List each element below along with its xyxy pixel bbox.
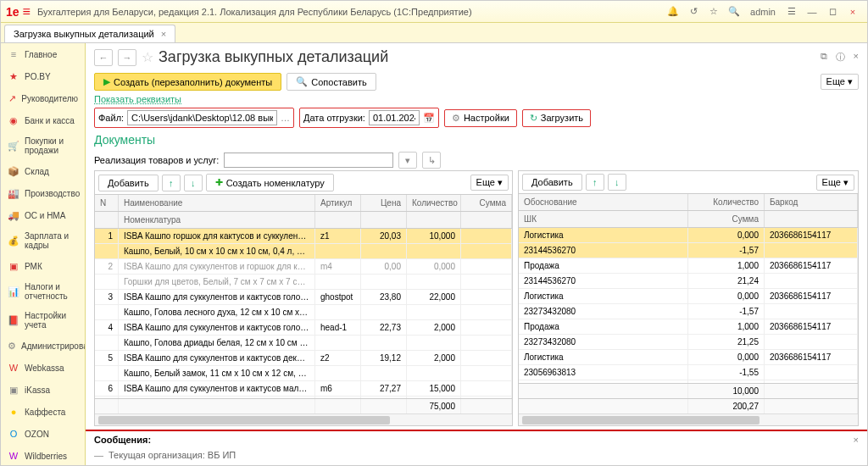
left-more-button[interactable]: Еще ▾ [470,175,509,191]
realization-input[interactable] [224,153,393,168]
table-row[interactable]: Логистика0,0002036686154117 [519,228,858,243]
settings-icon[interactable]: ☰ [782,3,801,20]
maximize-icon[interactable]: ◻ [823,3,842,20]
col-qty[interactable]: Количество [407,195,461,211]
right-more-button[interactable]: Еще ▾ [816,175,854,191]
nav-fwd-icon[interactable]: → [118,49,136,66]
popout-icon[interactable]: ⧉ [821,51,827,64]
col-barcode[interactable]: Баркод [765,194,858,210]
sidebar-item[interactable]: ↗Руководителю [1,87,85,109]
table-row[interactable]: 2ISBA Кашпо для суккулентов и горшок для… [95,259,512,275]
table-row-sub[interactable]: Горшки для цветов, Белый, 7 см х 7 см х … [95,275,512,290]
load-button[interactable]: ↻ Загрузить [522,109,591,127]
menu-icon[interactable]: ≡ [23,4,31,19]
minimize-icon[interactable]: — [803,3,821,20]
table-row-sub[interactable]: Кашпо, Белый, 10 см х 10 см х 10 см, 0,4… [95,244,512,259]
col-nom[interactable]: Номенклатура [119,212,315,228]
more-button[interactable]: Еще ▾ [821,74,859,90]
history-icon[interactable]: ↺ [684,3,703,20]
right-total-qty: 10,000 [688,384,765,398]
sidebar-item[interactable]: ⚙Администрирование [1,335,85,357]
left-add-button[interactable]: Добавить [98,175,159,191]
table-row[interactable]: Логистика0,0002036686154117 [519,289,858,304]
user-label[interactable]: admin [745,3,781,20]
message-item[interactable]: — Текущая организация: ВБ ИП [94,448,859,462]
table-row[interactable]: 4ISBA Кашпо для суккулентов и кактусов г… [95,320,512,336]
move-down-icon[interactable]: ↓ [184,175,203,191]
table-row-sub[interactable]: 23144536270-1,57 [519,243,858,258]
sidebar-item[interactable]: OОZON [1,423,85,445]
col-sum[interactable]: Сумма [461,195,512,211]
right-hscroll[interactable] [519,413,858,425]
table-row[interactable]: 1ISBA Кашпо горшок для кактусов и суккул… [95,229,512,244]
table-row[interactable]: Продажа1,0002036686154117 [519,319,858,335]
col-n[interactable]: N [95,195,119,211]
table-row-sub[interactable]: 2327343208021,25 [519,335,858,350]
sidebar-item[interactable]: ≡Главное [1,43,85,65]
move-up-icon[interactable]: ↑ [162,175,181,191]
table-row-sub[interactable]: 2314453627021,24 [519,274,858,289]
right-add-button[interactable]: Добавить [522,174,582,191]
col-rsum[interactable]: Сумма [688,211,765,227]
file-input[interactable] [127,110,277,125]
col-shk[interactable]: ШК [519,211,688,227]
messages-close-icon[interactable]: × [854,435,859,445]
close-icon[interactable]: × [843,3,862,20]
compare-button[interactable]: 🔍 Сопоставить [287,73,376,91]
sidebar-item[interactable]: 🚚ОС и НМА [1,204,85,226]
page-close-icon[interactable]: × [854,51,859,64]
move-up-icon[interactable]: ↑ [586,174,604,191]
sidebar-item[interactable]: ●Каффеста [1,401,85,423]
col-basis[interactable]: Обоснование [519,194,688,210]
sidebar-item[interactable]: WWildberries [1,445,85,465]
settings-button[interactable]: ⚙ Настройки [444,109,517,127]
col-price[interactable]: Цена [361,195,407,211]
sidebar-item[interactable]: 🛒Покупки и продажи [1,131,85,160]
left-hscroll[interactable] [95,413,512,425]
sidebar-item[interactable]: 📦Склад [1,160,85,182]
date-input[interactable] [369,110,420,125]
file-browse-icon[interactable]: … [281,113,290,123]
table-row[interactable]: Логистика0,0002036686154117 [519,350,858,365]
sidebar-icon: 🏭 [8,187,19,199]
bell-icon[interactable]: 🔔 [664,3,682,20]
create-nomenclature-button[interactable]: ✚ Создать номенклатуру [206,174,334,191]
search-icon[interactable]: 🔍 [725,3,743,20]
table-row-sub[interactable]: 23273432080-1,57 [519,304,858,319]
col-art[interactable]: Артикул [315,195,361,211]
calendar-icon[interactable]: 📅 [423,113,435,124]
sidebar-item[interactable]: 🏭Производство [1,182,85,204]
table-row[interactable]: 6ISBA Кашпо для суккулентов и кактусов м… [95,381,512,397]
page-title: Загрузка выкупных детализаций [159,48,815,66]
fav-icon[interactable]: ☆ [142,49,153,65]
show-details-link[interactable]: Показать реквизиты [86,92,867,106]
sidebar-item[interactable]: 📕Настройки учета [1,306,85,335]
table-row-sub[interactable]: Кашпо, Голова лесного духа, 12 см х 10 с… [95,305,512,320]
sidebar-item[interactable]: WWebkassa [1,357,85,379]
tab-close-icon[interactable]: × [161,29,166,39]
sidebar-item[interactable]: ★PO.BY [1,65,85,87]
nav-back-icon[interactable]: ← [94,49,113,66]
table-row-sub[interactable]: 23056963813-1,55 [519,365,858,380]
sidebar-item[interactable]: ◉Банк и касса [1,109,85,131]
table-row-sub[interactable]: Кашпо, Голова дриады белая, 12 см х 10 с… [95,336,512,351]
move-down-icon[interactable]: ↓ [608,174,626,191]
col-name[interactable]: Наименование [119,195,315,211]
table-row[interactable]: 3ISBA Кашпо для суккулентов и кактусов г… [95,290,512,305]
tab-active[interactable]: Загрузка выкупных детализаций × [4,25,175,42]
col-rqty[interactable]: Количество [688,194,765,210]
create-docs-button[interactable]: ▶ Создать (перезаполнить) документы [94,73,281,91]
sidebar-item[interactable]: ▣iKassa [1,379,85,401]
help-icon[interactable]: ⓘ [836,51,845,64]
realization-open-icon[interactable]: ↳ [422,152,441,169]
sidebar-label: Банк и касса [25,116,75,125]
table-row[interactable]: Продажа1,0002036686154117 [519,258,858,274]
sidebar-item[interactable]: ▣РМК [1,255,85,277]
sidebar-item[interactable]: 💰Зарплата и кадры [1,226,85,255]
table-row[interactable]: 5ISBA Кашпо для суккулентов и кактусов д… [95,351,512,366]
realization-dropdown-icon[interactable]: ▾ [398,152,417,169]
sidebar-item[interactable]: 📊Налоги и отчетность [1,277,85,306]
table-row-sub[interactable]: Кашпо, Белый замок, 11 см х 10 см х 12 с… [95,366,512,381]
star-icon[interactable]: ☆ [704,3,723,20]
sidebar-icon: ▣ [8,260,19,272]
